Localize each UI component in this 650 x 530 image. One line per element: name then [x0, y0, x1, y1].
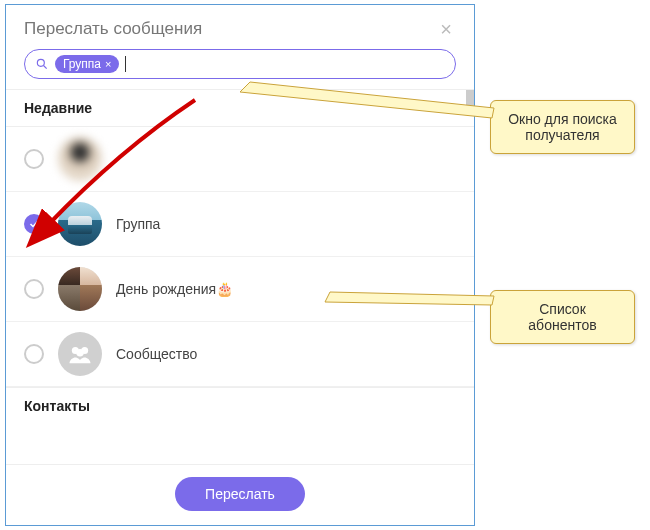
section-contacts-label: Контакты [24, 398, 90, 414]
section-contacts: Контакты [6, 387, 474, 424]
svg-line-1 [44, 66, 47, 69]
callout-list: Список абонентов [490, 290, 635, 344]
chip-remove-icon[interactable]: × [105, 58, 111, 70]
section-recent: Недавние [6, 89, 474, 127]
forward-dialog: Переслать сообщения × Группа × Недавние [5, 4, 475, 526]
svg-point-4 [76, 349, 83, 356]
section-recent-label: Недавние [24, 100, 92, 116]
radio-checked[interactable] [24, 214, 44, 234]
text-cursor [125, 56, 126, 72]
scrollbar[interactable] [466, 90, 474, 114]
dialog-title: Переслать сообщения [24, 19, 202, 39]
list-item-label: Сообщество [116, 346, 197, 362]
avatar [58, 267, 102, 311]
dialog-header: Переслать сообщения × [6, 5, 474, 49]
radio-unchecked[interactable] [24, 149, 44, 169]
dialog-footer: Переслать [6, 464, 474, 525]
avatar-community-icon [58, 332, 102, 376]
list-item[interactable]: Сообщество [6, 322, 474, 387]
search-container: Группа × [6, 49, 474, 89]
recipient-list: Группа День рождения🎂 Сообщество [6, 127, 474, 387]
list-item-label: Группа [116, 216, 160, 232]
svg-point-0 [37, 59, 44, 66]
forward-button[interactable]: Переслать [175, 477, 305, 511]
avatar [58, 137, 102, 181]
radio-unchecked[interactable] [24, 344, 44, 364]
radio-unchecked[interactable] [24, 279, 44, 299]
close-icon[interactable]: × [436, 19, 456, 39]
search-chip[interactable]: Группа × [55, 55, 119, 73]
chip-label: Группа [63, 57, 101, 71]
group-icon [66, 340, 94, 368]
callout-search: Окно для поиска получателя [490, 100, 635, 154]
list-item[interactable] [6, 127, 474, 192]
search-input[interactable]: Группа × [24, 49, 456, 79]
list-item[interactable]: День рождения🎂 [6, 257, 474, 322]
list-item[interactable]: Группа [6, 192, 474, 257]
search-icon [35, 57, 49, 71]
avatar [58, 202, 102, 246]
check-icon [28, 218, 40, 230]
list-item-label: День рождения🎂 [116, 281, 233, 297]
